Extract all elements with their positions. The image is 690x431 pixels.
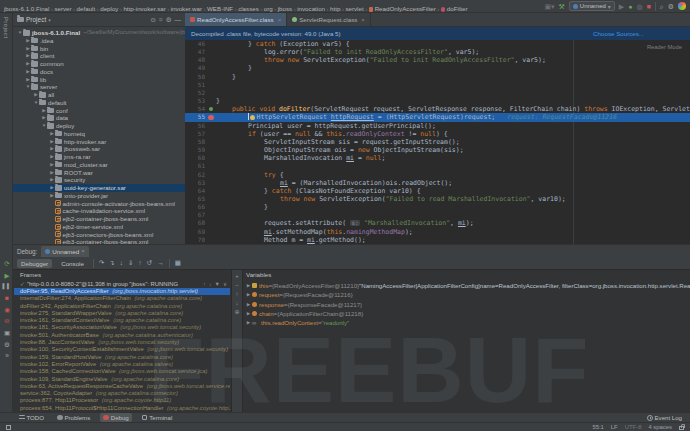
breadcrumb-item[interactable]: classes [238, 5, 259, 12]
code-line[interactable]: 51 [185, 81, 690, 89]
gutter[interactable] [207, 228, 216, 236]
code-line[interactable]: 61 [185, 162, 690, 170]
gutter[interactable] [207, 179, 216, 187]
tree-item[interactable]: ▶jbossweb.sar [13, 145, 185, 153]
caret-position[interactable]: 55:1 [592, 424, 603, 430]
tree-item[interactable]: ▶jms-ra.rar [13, 153, 185, 161]
build-hammer-icon[interactable]: ⚒ [559, 2, 565, 11]
chevron-collapsed-icon[interactable]: ▶ [245, 292, 252, 297]
stack-frame-row[interactable]: internalDoFilter:274, ApplicationFilterC… [14, 295, 230, 302]
chevron-collapsed-icon[interactable]: ▶ [245, 283, 252, 288]
run-config-selector[interactable]: Unnamed ▾ [569, 1, 615, 11]
force-step-into-icon[interactable]: ⇓ [128, 258, 133, 268]
tree-item[interactable]: ejb2-timer-service.xml [13, 223, 185, 231]
pin-icon[interactable]: » [2, 351, 12, 360]
chevron-collapsed-icon[interactable]: ▶ [245, 320, 252, 325]
code-line[interactable]: 67 [185, 211, 690, 219]
gutter[interactable] [207, 113, 216, 121]
code-line[interactable]: 50} [185, 73, 690, 81]
code-line[interactable]: 48throw new ServletException("Failed to … [185, 56, 690, 64]
gutter[interactable] [207, 122, 216, 130]
intention-bulb-icon[interactable] [250, 115, 255, 120]
step-over-icon[interactable]: ↴ [109, 258, 114, 268]
close-icon[interactable]: × [278, 17, 282, 23]
file-encoding[interactable]: UTF-8 [625, 424, 642, 430]
code-line[interactable]: 59ObjectInputStream ois = new ObjectInpu… [185, 146, 690, 154]
tree-item[interactable]: ▶uuid-key-generator.sar [13, 184, 185, 192]
frame-down-icon[interactable]: ↓ [209, 281, 212, 287]
tree-item[interactable]: ▶xnio-provider.jar [13, 192, 185, 200]
gutter[interactable] [207, 195, 216, 203]
close-icon[interactable]: × [361, 17, 365, 23]
tab-debugger[interactable]: Debugger [17, 259, 52, 268]
toolwindow-button-problems[interactable]: Problems [54, 413, 93, 422]
stack-frame-row[interactable]: invoke:158, CachedConnectionValve (org.j… [14, 368, 230, 375]
breadcrumb-item[interactable]: ReadOnlyAccessFilter [369, 5, 436, 12]
gutter[interactable] [207, 162, 216, 170]
hide-icon[interactable]: — [175, 16, 182, 24]
code-line[interactable]: 68request.setAttribute( s: "MarshalledIn… [185, 219, 690, 227]
stack-frame-row[interactable]: invoke:501, AuthenticatorBase (org.apach… [14, 332, 230, 339]
breadcrumb-item[interactable]: deploy [100, 5, 118, 12]
gutter[interactable] [207, 146, 216, 154]
toolwindow-button-terminal[interactable]: Terminal [139, 413, 176, 422]
tree-item[interactable]: ▶conf [13, 107, 185, 115]
code-line[interactable]: 66} [185, 203, 690, 211]
gutter[interactable] [207, 171, 216, 179]
stack-frame-row[interactable]: service:362, CoyoteAdapter (org.apache.c… [14, 390, 230, 397]
gutter[interactable] [207, 130, 216, 138]
code-line[interactable]: 46} catch (Exception var5) { [185, 40, 690, 48]
pause-icon[interactable]: ▌▌ [2, 282, 12, 291]
gutter[interactable] [207, 64, 216, 72]
evaluate-expression-icon[interactable]: ▦ [175, 258, 181, 268]
code-line[interactable]: 69mi.setMethodMap(this.namingMethodMap); [185, 228, 690, 236]
resume-icon[interactable]: ▶ [2, 271, 12, 280]
tree-item[interactable]: ▶all [13, 91, 185, 99]
filter-icon[interactable]: ▼ [215, 281, 220, 287]
step-into-icon[interactable]: ↓ [120, 258, 123, 268]
step-out-icon[interactable]: ↑ [139, 258, 142, 268]
gutter[interactable] [207, 203, 216, 211]
close-icon[interactable]: × [81, 248, 85, 254]
breadcrumb-item[interactable]: WEB-INF [207, 5, 233, 12]
code-editor[interactable]: 46} catch (Exception var5) {47log.error(… [185, 40, 690, 244]
code-line[interactable]: 57if (user == null && this.readOnlyConte… [185, 130, 690, 138]
stack-frame-row[interactable]: invoke:88, JaccContextValve (org.jboss.w… [14, 339, 230, 346]
gutter[interactable] [207, 89, 216, 97]
toolwindow-toggle-icon[interactable] [6, 425, 11, 430]
thread-selector[interactable]: ✓ "http-0.0.0.0-8080-2"@11,308 in group … [14, 279, 230, 288]
gutter[interactable] [207, 97, 216, 105]
gutter[interactable] [207, 187, 216, 195]
run-to-cursor-icon[interactable]: → [157, 258, 164, 268]
gutter[interactable] [207, 219, 216, 227]
settings-icon[interactable]: ⚙ [2, 340, 12, 349]
variable-row[interactable]: ▶response = {ResponseFacade@11217} [245, 300, 690, 309]
variable-row[interactable]: ▶request = {RequestFacade@11216} [245, 290, 690, 299]
stack-frame-row[interactable]: invoke:63, ActiveRequestResponseCacheVal… [14, 383, 230, 390]
run-icon[interactable]: ▶ [619, 2, 624, 11]
breadcrumb-item[interactable]: http-invoker.sar [123, 5, 165, 12]
code-line[interactable]: 52 [185, 89, 690, 97]
line-ending[interactable]: LF [611, 424, 618, 430]
breadcrumb-item[interactable]: server [54, 5, 71, 12]
tree-item[interactable]: ▶bin [13, 45, 185, 53]
lock-icon[interactable] [679, 426, 684, 430]
stop-icon[interactable]: ■ [647, 2, 651, 11]
code-line[interactable]: 64} catch (ClassNotFoundException var10)… [185, 187, 690, 195]
editor-tab[interactable]: ReadOnlyAccessFilter.class× [185, 13, 287, 26]
tree-item[interactable]: ejb2-container-jboss-beans.xml [13, 215, 185, 223]
settings-icon[interactable]: ⚙ [668, 2, 674, 11]
debug-session-tab[interactable]: Unnamed × [41, 246, 88, 257]
stack-frame-row[interactable]: doFilter:95, ReadOnlyAccessFilter (org.j… [14, 288, 230, 295]
move-down-icon[interactable]: ↓ [236, 300, 239, 306]
tree-item[interactable]: ▼default [13, 99, 185, 107]
gutter[interactable] [207, 48, 216, 56]
show-execution-point-icon[interactable]: ↷ [99, 258, 104, 268]
project-panel-title[interactable]: Project [26, 16, 46, 23]
gutter[interactable] [207, 236, 216, 244]
editor-tab[interactable]: ServletRequest.class× [287, 13, 371, 26]
stack-frame-row[interactable]: invoke:275, StandardWrapperValve (org.ap… [14, 310, 230, 317]
chevron-collapsed-icon[interactable]: ▶ [245, 302, 252, 307]
breadcrumb-item[interactable]: doFilter [441, 5, 468, 12]
mute-breakpoints-icon[interactable]: ⊘ [2, 316, 12, 325]
